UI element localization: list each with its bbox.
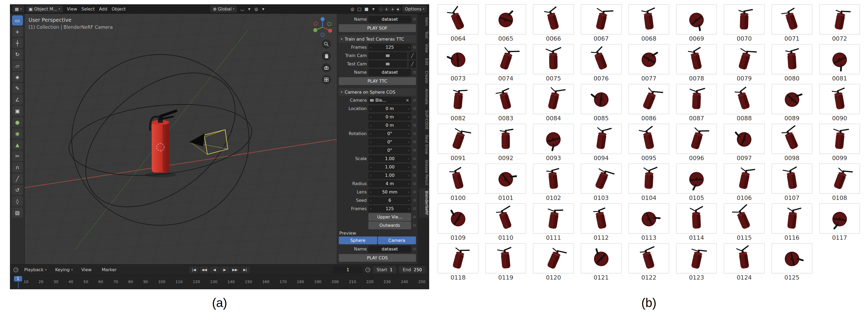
animate-dot-icon[interactable] (413, 107, 416, 110)
animate-dot-icon[interactable] (413, 18, 416, 21)
axis-neg-z-handle[interactable] (321, 33, 324, 37)
animate-dot-icon[interactable] (413, 191, 416, 193)
n-panel-tab[interactable]: BlenderNeRF (419, 188, 429, 218)
animate-dot-icon[interactable] (413, 216, 416, 218)
clock-icon[interactable] (13, 268, 18, 272)
tool-rotate[interactable]: ↻ (12, 49, 23, 59)
animate-dot-icon[interactable] (413, 116, 416, 118)
cos-name-input[interactable]: dataset (368, 246, 411, 253)
scale-z-input[interactable]: 1.00 (368, 172, 411, 179)
proportional-falloff-caret[interactable]: ▾ (260, 6, 267, 12)
animate-dot-icon[interactable] (413, 224, 416, 226)
scale-x-input[interactable]: 1.00 (368, 155, 411, 162)
pan-hand-icon[interactable] (322, 52, 331, 61)
n-panel-tab[interactable]: SUP-CODE (419, 107, 429, 132)
animate-dot-icon[interactable] (413, 174, 416, 177)
animate-dot-icon[interactable] (413, 208, 416, 210)
rotation-x-input[interactable]: 0° (368, 130, 411, 137)
topbar-menu-item[interactable]: Select (80, 6, 97, 11)
lens-input[interactable]: 50 mm (368, 189, 411, 196)
rotation-y-input[interactable]: 0° (368, 138, 411, 146)
scale-y-input[interactable]: 1.00 (368, 164, 411, 170)
jump-to-start-button[interactable]: |◀ (189, 266, 198, 273)
radius-input[interactable]: 4 m (368, 180, 411, 187)
shading-wireframe-icon[interactable]: ○ (379, 7, 383, 11)
play-reverse-button[interactable]: ◀ (210, 266, 219, 273)
camera-preview-button[interactable]: Camera (378, 237, 416, 244)
show-overlays-toggle[interactable]: □ (356, 6, 363, 12)
snap-options-caret[interactable]: ▾ (246, 6, 252, 12)
animate-dot-icon[interactable] (413, 199, 416, 201)
shading-solid-icon[interactable]: ◐ (384, 7, 389, 11)
tool-sculpt[interactable]: ∩ (12, 162, 23, 172)
prev-keyframe-button[interactable]: ◀◀ (199, 266, 209, 273)
cos-frames-input[interactable]: 125 (368, 205, 411, 212)
topbar-menu-item[interactable]: Object (110, 6, 128, 11)
tool-add-sphere[interactable]: ● (12, 117, 23, 127)
timeline-menu-item[interactable]: Marker (99, 267, 120, 272)
fire-extinguisher-object[interactable] (150, 111, 176, 173)
options-dropdown[interactable]: Options ▾ (403, 6, 427, 12)
axis-neg-y-handle[interactable] (328, 22, 331, 26)
camera-view-icon[interactable] (322, 63, 331, 72)
location-y-input[interactable]: 0 m (368, 114, 411, 121)
timeline-ruler[interactable]: 1020304050607080901001101201301401501601… (10, 275, 429, 289)
cos-section-header[interactable]: ▾ Camera on Sphere COS (339, 88, 416, 96)
tool-move[interactable]: ┼ (12, 38, 23, 48)
xray-toggle[interactable]: ■ (363, 6, 370, 12)
animate-dot-icon[interactable] (413, 157, 416, 160)
shading-rendered-icon[interactable]: ● (396, 7, 400, 11)
clear-x-icon[interactable]: × (406, 98, 411, 103)
tool-shear[interactable]: ◊ (12, 196, 23, 207)
animate-dot-icon[interactable] (413, 99, 416, 101)
start-frame-input[interactable]: Start 1 (373, 266, 396, 273)
n-panel-tab[interactable]: View (419, 41, 429, 55)
show-gizmo-toggle[interactable]: ◎ (349, 6, 356, 12)
n-panel-tab[interactable]: Edit (419, 56, 429, 68)
play-forward-button[interactable]: ▶ (220, 266, 229, 273)
ttc-name-input[interactable]: dataset (368, 69, 411, 76)
visibility-caret[interactable]: ▾ (370, 6, 377, 12)
location-z-input[interactable]: 0 m (368, 122, 411, 129)
mode-dropdown[interactable]: ▣ Object M... ▾ (26, 6, 63, 12)
end-frame-input[interactable]: End 250 (399, 266, 426, 273)
next-keyframe-button[interactable]: ▶▶ (230, 266, 240, 273)
outwards-button[interactable]: Outwards (368, 221, 411, 229)
animate-dot-icon[interactable] (413, 124, 416, 126)
n-panel-tab[interactable]: Item (419, 15, 429, 28)
timeline-menu-item[interactable]: Keying▾ (53, 267, 75, 272)
animate-dot-icon[interactable] (413, 141, 416, 143)
location-x-input[interactable]: 0 m (368, 105, 411, 112)
n-panel-tab[interactable]: Grease Pencil (419, 157, 429, 188)
tool-add-cube[interactable]: ▣ (12, 106, 23, 116)
tool-spin[interactable]: ↺ (12, 185, 23, 195)
ttc-section-header[interactable]: ▾ Train and Test Cameras TTC (339, 35, 416, 43)
timeline-playhead[interactable]: 1 (14, 276, 22, 281)
frames-input[interactable]: 125 (368, 44, 411, 51)
axis-y-handle[interactable] (313, 28, 317, 32)
n-panel-tab[interactable]: Tool (419, 29, 429, 41)
navigation-gizmo[interactable] (312, 16, 333, 37)
animate-dot-icon[interactable] (413, 149, 416, 152)
n-panel-tab[interactable]: Animate (419, 86, 429, 107)
animate-dot-icon[interactable] (413, 132, 416, 135)
grid-ortho-icon[interactable] (322, 75, 331, 84)
seed-input[interactable]: 6 (368, 197, 411, 204)
animate-dot-icon[interactable] (413, 166, 416, 168)
viewport-3d[interactable]: User Perspective (1) Collection | Blende… (25, 14, 337, 264)
play-ttc-button[interactable]: PLAY TTC (339, 77, 416, 85)
tool-add-cylinder[interactable]: ◉ (12, 128, 23, 138)
tool-scale[interactable]: ▱ (12, 61, 23, 71)
play-cos-button[interactable]: PLAY COS (339, 254, 416, 262)
test-cam-input[interactable] (368, 61, 407, 67)
zoom-icon[interactable] (322, 39, 331, 49)
tool-add-cone[interactable]: ▲ (12, 139, 23, 150)
n-panel-tab[interactable]: Create (419, 68, 429, 86)
rotation-z-input[interactable]: 0° (368, 147, 411, 154)
shading-material-icon[interactable]: ◑ (390, 7, 395, 11)
animate-dot-icon[interactable] (413, 182, 416, 185)
tool-cursor[interactable]: + (12, 27, 23, 37)
axis-neg-x-handle[interactable] (314, 22, 317, 26)
animate-dot-icon[interactable] (413, 71, 416, 73)
animate-dot-icon[interactable] (413, 46, 416, 49)
